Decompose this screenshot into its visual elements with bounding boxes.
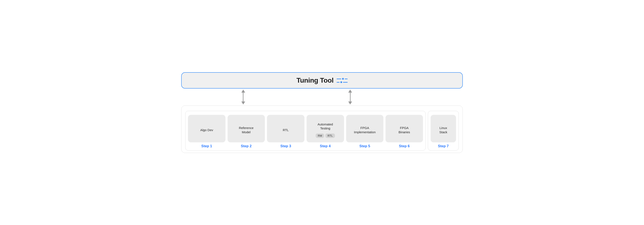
step-7: LinuxStack Step 7	[428, 111, 459, 151]
step-3: RTL Step 3	[267, 115, 304, 148]
tuning-sliders-icon	[336, 78, 348, 83]
step-2-number: Step 2	[241, 144, 252, 148]
step-5-card: FPGAImplementation	[346, 115, 384, 142]
step-4-card: AutomatedTesting RM RTL	[306, 115, 344, 142]
step-3-label: RTL	[283, 128, 289, 132]
step-1-card: Algo Dev	[188, 115, 226, 142]
step-7-card: LinuxStack	[430, 115, 456, 142]
arrowhead-down-1	[241, 101, 245, 104]
steps-container: Algo Dev Step 1	[181, 106, 463, 153]
arrowhead-up-1	[241, 90, 245, 93]
badge-rtl: RTL	[326, 133, 335, 138]
arrowhead-down-2	[348, 101, 352, 104]
step-3-card: RTL	[267, 115, 304, 142]
step-6: 0110 1001 0101 1100 FPGABinaries Step 6	[386, 115, 423, 148]
step-6-label: FPGABinaries	[399, 126, 410, 134]
step-6-number: Step 6	[399, 144, 410, 148]
step-1-number: Step 1	[201, 144, 212, 148]
arrow-step2	[241, 90, 245, 104]
step-7-label: LinuxStack	[439, 126, 447, 134]
step-6-card: 0110 1001 0101 1100 FPGABinaries	[386, 115, 423, 142]
arrow-step5	[348, 90, 352, 104]
tuning-tool-banner: Tuning Tool	[181, 72, 463, 89]
step-4: AutomatedTesting RM RTL Step 4	[306, 115, 344, 148]
step-1: Algo Dev Step 1	[188, 115, 226, 148]
arrowhead-up-2	[348, 90, 352, 93]
tuning-tool-title: Tuning Tool	[296, 77, 334, 84]
step-4-badges: RM RTL	[316, 133, 335, 138]
steps-inner-group: Algo Dev Step 1	[185, 111, 426, 151]
step-4-number: Step 4	[320, 144, 331, 148]
badge-rm: RM	[316, 133, 324, 138]
step-5: FPGAImplementation Step 5	[346, 115, 384, 148]
step-2: ReferenceModel Step 2	[228, 115, 265, 148]
step-1-label: Algo Dev	[200, 128, 213, 132]
step-5-label: FPGAImplementation	[354, 126, 376, 134]
step-3-number: Step 3	[280, 144, 291, 148]
step-2-card: ReferenceModel	[228, 115, 265, 142]
step-4-label: AutomatedTesting	[318, 122, 333, 130]
step-5-number: Step 5	[360, 144, 370, 148]
diagram-container: Tuning Tool	[174, 72, 470, 153]
step-7-number: Step 7	[438, 144, 448, 148]
step-2-label: ReferenceModel	[239, 126, 254, 134]
